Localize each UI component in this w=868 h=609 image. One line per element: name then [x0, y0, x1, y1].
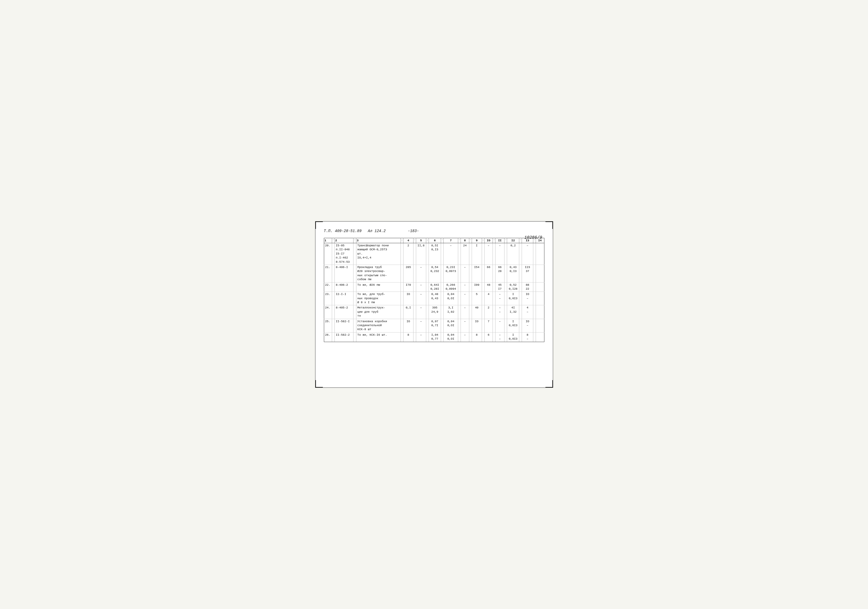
col-separator — [332, 243, 335, 265]
col-separator — [401, 319, 403, 332]
col-separator — [504, 282, 507, 292]
table-cell: 0,430,I3 — [507, 265, 519, 282]
table-row: 23.I2-I-IТо же, для труб-ных проводокØ 8… — [324, 292, 544, 305]
col-separator — [493, 282, 496, 292]
col-separator — [332, 319, 335, 332]
col-separator — [441, 243, 444, 265]
col-header-7: 7 — [444, 238, 458, 243]
table-cell: – — [522, 243, 533, 265]
col-separator — [332, 332, 335, 342]
doc-number: 10286/9 — [524, 235, 542, 240]
table-cell: – — [461, 292, 469, 305]
table-cell: –– — [496, 292, 504, 305]
table-cell: I2-I-I — [335, 292, 353, 305]
table-cell: 0,040,OI — [444, 319, 458, 332]
col-header-12: I2 — [507, 238, 519, 243]
col-separator — [441, 292, 444, 305]
col-separator — [426, 243, 429, 265]
header: Т.П. 409-28-51.89 Ал 124.2 -183- — [324, 229, 544, 233]
col-sep-7: ʼ — [458, 238, 460, 243]
table-cell — [536, 282, 544, 292]
table-cell: I,040,77 — [429, 332, 441, 342]
col-separator — [482, 282, 484, 292]
page-num: -183- — [408, 229, 419, 233]
corner-tr — [546, 222, 553, 229]
sheet-ref: Ал 124.2 — [368, 229, 386, 233]
col-separator — [458, 332, 460, 342]
col-separator — [426, 319, 429, 332]
table-cell — [536, 319, 544, 332]
col-separator — [441, 332, 444, 342]
table-cell: IO — [403, 292, 413, 305]
col-separator — [519, 282, 522, 292]
table-cell: 3,II,02 — [444, 305, 458, 319]
table-cell: 0,64I0,28I — [429, 282, 441, 292]
table-cell: I54 — [472, 265, 482, 282]
page: Т.П. 409-28-51.89 Ал 124.2 -183- 10286/9… — [315, 221, 553, 388]
table-cell: IO — [403, 319, 413, 332]
table-cell: 0,540,232 — [429, 265, 441, 282]
col-separator — [533, 243, 536, 265]
col-separator — [426, 305, 429, 319]
col-separator — [353, 243, 356, 265]
table-cell: – — [496, 243, 504, 265]
table-cell: – — [496, 319, 504, 332]
col-separator — [493, 265, 496, 282]
corner-tl — [315, 222, 323, 229]
col-separator — [533, 332, 536, 342]
table-cell: 8822 — [522, 282, 533, 292]
col-separator — [504, 292, 507, 305]
table-cell: 8-406-2 — [335, 282, 353, 292]
col-separator — [332, 305, 335, 319]
col-separator — [401, 332, 403, 342]
table-cell: 2 — [484, 305, 493, 319]
table-cell: – — [416, 305, 426, 319]
col-separator — [482, 265, 484, 282]
col-separator — [426, 332, 429, 342]
col-separator — [469, 292, 472, 305]
table-cell: 8-406-I — [335, 265, 353, 282]
col-header-5: 5 — [416, 238, 426, 243]
col-separator — [353, 282, 356, 292]
table-cell: 20. — [324, 243, 332, 265]
table-cell: IO– — [522, 292, 533, 305]
doc-ref: Т.П. 409-28-51.89 — [324, 229, 362, 233]
col-separator — [426, 282, 429, 292]
col-header-11: II — [496, 238, 504, 243]
col-separator — [426, 265, 429, 282]
table-cell: 0,2 — [507, 243, 519, 265]
col-separator — [469, 265, 472, 282]
col-separator — [458, 282, 460, 292]
col-separator — [353, 265, 356, 282]
table-row: 22.8-406-2То же, Ø26 пмI70–0,64I0,28I0,2… — [324, 282, 544, 292]
col-separator — [493, 319, 496, 332]
table-cell: I0,0I3 — [507, 292, 519, 305]
col-separator — [493, 292, 496, 305]
col-separator — [332, 265, 335, 282]
col-separator — [441, 305, 444, 319]
col-separator — [469, 282, 472, 292]
table-cell: – — [416, 292, 426, 305]
col-sep-9: ! — [482, 238, 484, 243]
col-sep-11: ʼ — [504, 238, 507, 243]
col-separator — [332, 282, 335, 292]
col-separator — [413, 319, 416, 332]
col-header-3: 3 — [356, 238, 401, 243]
table-cell: 8 — [472, 332, 482, 342]
col-separator — [504, 332, 507, 342]
table-cell: 0,520,I28 — [507, 282, 519, 292]
col-header-9: 9 — [472, 238, 482, 243]
table-cell: II-582-2 — [335, 332, 353, 342]
table-row: 21.8-406-IПрокладка трубØ20 электросвар-… — [324, 265, 544, 282]
table-cell: 66 — [484, 265, 493, 282]
table-cell: 4– — [522, 305, 533, 319]
col-separator — [401, 282, 403, 292]
table-cell: I2337 — [522, 265, 533, 282]
table-cell: Металлоконструк-ции для труб тн — [356, 305, 401, 319]
col-separator — [458, 265, 460, 282]
col-separator — [469, 319, 472, 332]
col-header-1: 1 — [324, 238, 332, 243]
table-cell: 40 — [472, 305, 482, 319]
col-separator — [519, 332, 522, 342]
table-cell: 45I7 — [496, 282, 504, 292]
